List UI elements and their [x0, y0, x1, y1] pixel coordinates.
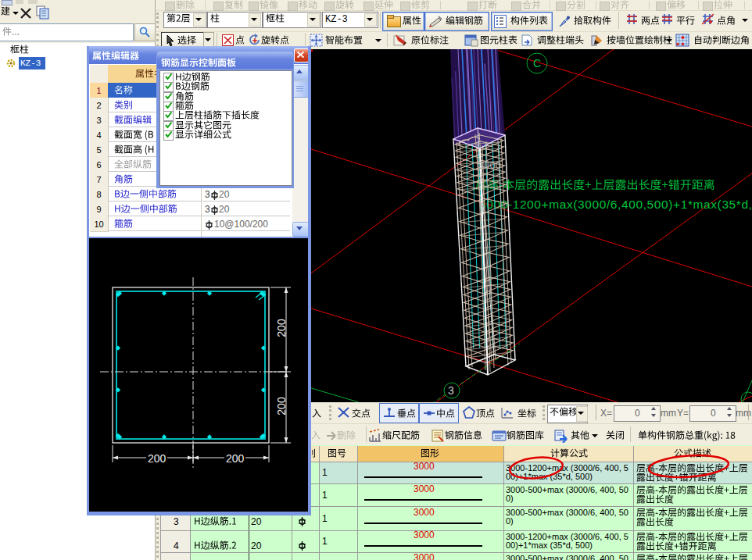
- svg-text:3000-1200+max(3000/6,400,500)+: 3000-1200+max(3000/6,400,500)+1*max(35*d…: [479, 198, 752, 211]
- svg-text:3000: 3000: [478, 159, 501, 171]
